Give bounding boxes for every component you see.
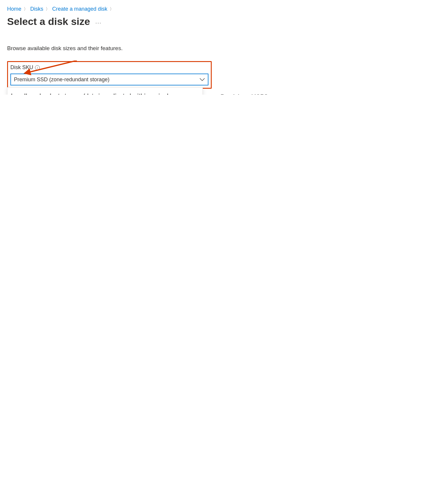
page-title: Select a disk size (7, 16, 90, 27)
disk-sku-selected-value: Premium SSD (zone-redundant storage) (14, 77, 109, 83)
annotation-highlight-box: Disk SKU i Premium SSD (zone-redundant s… (7, 61, 212, 89)
breadcrumb-home[interactable]: Home (7, 6, 21, 12)
page-title-row: Select a disk size ··· (7, 16, 425, 27)
disk-sku-select[interactable]: Premium SSD (zone-redundant storage) (10, 74, 208, 85)
more-icon[interactable]: ··· (95, 17, 102, 26)
disk-sku-dropdown: Locally-redundant storage (data is repli… (7, 87, 203, 95)
chevron-right-icon: 〉 (46, 7, 50, 12)
column-header-iops[interactable]: Provisioned IOPS (221, 93, 268, 95)
info-icon[interactable]: i (35, 65, 40, 70)
page-description: Browse available disk sizes and their fe… (7, 45, 425, 52)
breadcrumb: Home 〉 Disks 〉 Create a managed disk 〉 (7, 6, 425, 12)
breadcrumb-disks[interactable]: Disks (30, 6, 43, 12)
disk-sku-label: Disk SKU (10, 64, 33, 71)
sku-label-row: Disk SKU i (8, 64, 208, 71)
chevron-down-icon (200, 77, 205, 83)
dropdown-group-lrs: Locally-redundant storage (data is repli… (7, 88, 203, 95)
breadcrumb-create-disk[interactable]: Create a managed disk (52, 6, 107, 12)
chevron-right-icon: 〉 (110, 7, 114, 12)
chevron-right-icon: 〉 (24, 7, 28, 12)
main-area: Provisioned IOPS 120 120 120 120 240 500… (7, 61, 425, 89)
